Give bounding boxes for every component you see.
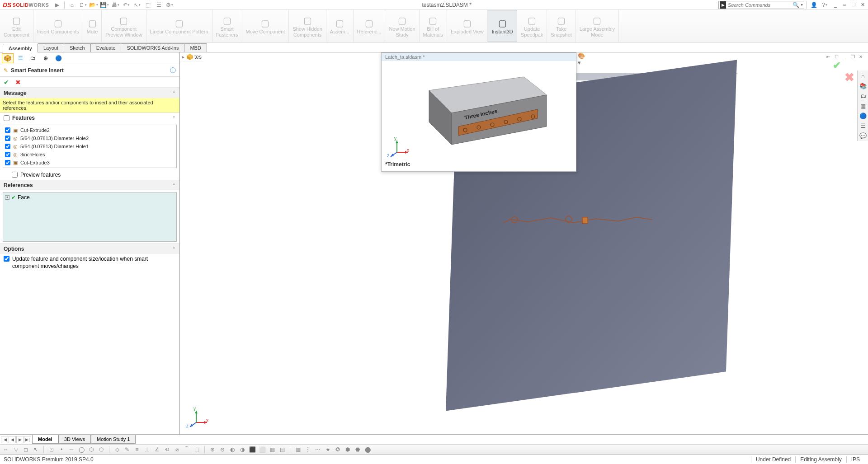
- feature-row[interactable]: ▣Cut-Extrude3: [4, 159, 175, 167]
- minimize-button[interactable]: _: [832, 1, 839, 9]
- feature-checkbox[interactable]: [5, 160, 10, 165]
- edit-appearance-icon[interactable]: 🎨▾: [578, 55, 586, 63]
- breadcrumb-bar[interactable]: ▸ tes: [180, 52, 203, 61]
- taskpane-custom-props-icon[interactable]: ☰: [859, 121, 868, 130]
- sketch-tool-icon[interactable]: ⊥: [143, 445, 151, 454]
- references-section-header[interactable]: References⌃: [0, 180, 179, 190]
- feature-checkbox[interactable]: [5, 144, 10, 149]
- taskpane-view-palette-icon[interactable]: ▦: [859, 101, 868, 110]
- bottom-tab-motion-study-1[interactable]: Motion Study 1: [91, 435, 136, 444]
- options-section-header[interactable]: Options⌃: [0, 244, 179, 254]
- confirm-cancel-corner-icon[interactable]: ✖: [844, 70, 854, 84]
- sketch-tool-icon[interactable]: ◯: [77, 445, 85, 454]
- tab-last-icon[interactable]: ▶|: [24, 436, 31, 443]
- open-doc-icon[interactable]: 📂▾: [90, 1, 98, 9]
- sketch-tool-icon[interactable]: ▥: [294, 445, 302, 454]
- collapse-icon[interactable]: ⌃: [172, 247, 176, 251]
- new-doc-icon[interactable]: 🗋▾: [79, 1, 87, 9]
- vp-close-icon[interactable]: ✕: [859, 54, 865, 61]
- property-manager-tab-icon[interactable]: ☰: [14, 53, 26, 63]
- bottom-tab-3d-views[interactable]: 3D Views: [58, 435, 91, 444]
- sketch-tool-icon[interactable]: ⌀: [173, 445, 181, 454]
- sketch-tool-icon[interactable]: ▤: [278, 445, 286, 454]
- reference-item[interactable]: + ✔ Face: [5, 194, 175, 201]
- ribbon-instant3d[interactable]: ▢Instant3D: [488, 10, 517, 42]
- sketch-tool-icon[interactable]: ⊕: [208, 445, 217, 454]
- graphics-viewport[interactable]: ▸ tes 🔍 ⛶ ↩ ▦ ⬚▾ ◐▾ 👁▾ 🎨▾ ⇤ ☐ _ ❐ ✕ ✔ ✖ …: [180, 52, 868, 434]
- view-triad[interactable]: x y z: [187, 407, 209, 429]
- sketch-tool-icon[interactable]: ◇: [113, 445, 121, 454]
- feature-row[interactable]: ◎3inchHoles: [4, 150, 175, 159]
- search-input[interactable]: [727, 2, 792, 8]
- tab-prev-icon[interactable]: ◀: [9, 436, 16, 443]
- vp-min-icon[interactable]: _: [843, 54, 849, 61]
- taskpane-forum-icon[interactable]: 💬: [859, 131, 868, 140]
- tab-solidworks-add-ins[interactable]: SOLIDWORKS Add-Ins: [121, 43, 184, 52]
- pm-ok-button[interactable]: ✔: [4, 79, 9, 86]
- sketch-tool-icon[interactable]: ⬚: [193, 445, 201, 454]
- sketch-tool-icon[interactable]: ⬛: [248, 445, 256, 454]
- close-button[interactable]: ✕: [859, 1, 866, 9]
- sketch-tool-icon[interactable]: ◻: [22, 445, 30, 454]
- breadcrumb-expand-icon[interactable]: ▸: [182, 54, 184, 60]
- tab-first-icon[interactable]: |◀: [1, 436, 8, 443]
- vp-restore-icon[interactable]: ❐: [851, 54, 857, 61]
- sketch-tool-icon[interactable]: ▦: [268, 445, 276, 454]
- config-manager-tab-icon[interactable]: 🗂: [27, 53, 39, 63]
- tab-evaluate[interactable]: Evaluate: [90, 43, 122, 52]
- taskpane-home-icon[interactable]: ⌂: [859, 71, 868, 80]
- feature-row[interactable]: ◎5/64 (0.07813) Diameter Hole1: [4, 142, 175, 150]
- sketch-tool-icon[interactable]: ⋯: [314, 445, 322, 454]
- update-option-checkbox[interactable]: [4, 256, 9, 262]
- collapse-icon[interactable]: ⌃: [172, 116, 176, 120]
- sketch-tool-icon[interactable]: ⊖: [218, 445, 226, 454]
- feature-checkbox[interactable]: [5, 152, 10, 157]
- feature-checkbox[interactable]: [5, 127, 10, 133]
- user-icon[interactable]: 👤: [810, 1, 818, 9]
- features-section-header[interactable]: Features⌃: [0, 112, 179, 123]
- select-icon[interactable]: ↖▾: [133, 1, 141, 9]
- file-props-icon[interactable]: ☰: [155, 1, 163, 9]
- sketch-tool-icon[interactable]: •: [57, 445, 66, 454]
- sketch-tool-icon[interactable]: ✪: [334, 445, 342, 454]
- search-commands[interactable]: ▶ 🔍 ▾: [718, 1, 804, 9]
- help-icon[interactable]: ?▾: [821, 1, 829, 9]
- sketch-tool-icon[interactable]: ⬠: [97, 445, 105, 454]
- tab-sketch[interactable]: Sketch: [64, 43, 91, 52]
- references-list[interactable]: + ✔ Face: [3, 192, 177, 242]
- vp-collapse-icon[interactable]: ⇤: [826, 54, 833, 61]
- confirm-ok-corner-icon[interactable]: ✔: [833, 60, 841, 71]
- feature-checkbox[interactable]: [5, 136, 10, 141]
- maximize-button[interactable]: ☐: [850, 1, 857, 9]
- feature-manager-tab-icon[interactable]: [2, 53, 14, 63]
- options-icon[interactable]: ⚙▾: [165, 1, 174, 9]
- feature-row[interactable]: ▣Cut-Extrude2: [4, 126, 175, 134]
- taskpane-appearances-icon[interactable]: 🔵: [859, 111, 868, 120]
- taskpane-file-explorer-icon[interactable]: 🗂: [859, 91, 868, 100]
- tree-expand-icon[interactable]: +: [5, 195, 9, 200]
- sketch-tool-icon[interactable]: ⬤: [363, 445, 372, 454]
- preview-window[interactable]: Latch_ta.sldasm * Three Inches: [381, 52, 576, 172]
- save-icon[interactable]: 💾▾: [100, 1, 108, 9]
- undo-icon[interactable]: ↶▾: [122, 1, 130, 9]
- features-all-checkbox[interactable]: [4, 115, 9, 121]
- sketch-tool-icon[interactable]: ⬜: [258, 445, 266, 454]
- print-icon[interactable]: 🖶▾: [111, 1, 119, 9]
- sketch-tool-icon[interactable]: ✎: [123, 445, 131, 454]
- home-icon[interactable]: ⌂: [68, 1, 76, 9]
- sketch-tool-icon[interactable]: ∠: [153, 445, 161, 454]
- status-units[interactable]: IPS: [846, 456, 864, 463]
- sketch-tool-icon[interactable]: ⬢: [344, 445, 352, 454]
- display-manager-tab-icon[interactable]: 🔵: [52, 53, 64, 63]
- pm-cancel-button[interactable]: ✖: [15, 79, 21, 86]
- sketch-tool-icon[interactable]: ▽: [12, 445, 20, 454]
- tab-assembly[interactable]: Assembly: [3, 44, 38, 52]
- search-submit-icon[interactable]: 🔍: [793, 2, 799, 8]
- tab-mbd[interactable]: MBD: [184, 43, 207, 52]
- sketch-tool-icon[interactable]: ◐: [228, 445, 236, 454]
- sketch-tool-icon[interactable]: ⬡: [87, 445, 95, 454]
- pm-help-icon[interactable]: ⓘ: [170, 66, 176, 75]
- sketch-tool-icon[interactable]: ≡: [133, 445, 141, 454]
- sketch-tool-icon[interactable]: ⟲: [163, 445, 171, 454]
- preview-features-checkbox[interactable]: [12, 172, 18, 178]
